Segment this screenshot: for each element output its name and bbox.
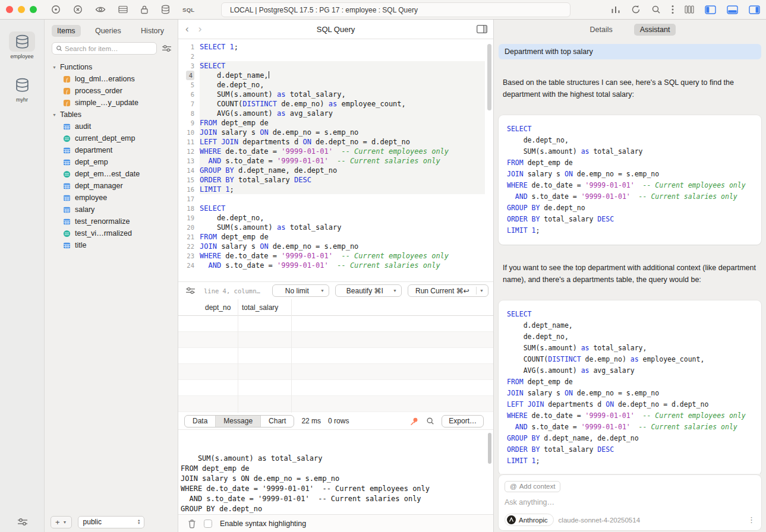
export-button[interactable]: Export… — [442, 415, 484, 428]
limit-select[interactable]: No limit▼ — [272, 284, 329, 297]
search-results-icon[interactable] — [426, 417, 434, 425]
tab-data[interactable]: Data — [185, 416, 215, 427]
run-current-button[interactable]: Run Current ⌘↩▼ — [408, 284, 488, 297]
tab-history[interactable]: History — [135, 25, 169, 37]
editor-line-21[interactable]: 21FROM dept_emp de — [178, 232, 485, 242]
result-row-empty[interactable] — [178, 348, 493, 364]
columns-icon[interactable] — [685, 5, 694, 14]
editor-line-16[interactable]: 16LIMIT 1; — [178, 185, 485, 194]
pin-icon[interactable] — [410, 417, 419, 426]
beautify-select[interactable]: Beautify ⌘I▼ — [335, 284, 402, 297]
search-icon[interactable] — [651, 5, 661, 14]
editor-line-18[interactable]: 18SELECT — [178, 204, 485, 213]
database-icon[interactable] — [161, 5, 170, 14]
refresh-icon[interactable] — [631, 5, 641, 14]
connection-employee[interactable]: employee — [0, 31, 44, 59]
editor-line-19[interactable]: 19 de.dept_no, — [178, 213, 485, 223]
assistant-input[interactable] — [505, 498, 755, 506]
tree-item-current-dept-emp[interactable]: current_dept_emp — [45, 132, 178, 144]
editor-line-24[interactable]: 24 AND s.to_date = '9999-01-01' -- Curre… — [178, 261, 485, 270]
chart-icon[interactable] — [611, 5, 620, 14]
tab-assistant[interactable]: Assistant — [634, 24, 676, 36]
editor-line-15[interactable]: 15ORDER BY total_salary DESC — [178, 175, 485, 185]
editor-line-17[interactable]: 17 — [178, 194, 485, 204]
minimize-window-button[interactable] — [18, 6, 25, 13]
result-row-empty[interactable] — [178, 396, 493, 412]
sql-editor[interactable]: 1SELECT 1;23SELECT4 d.dept_name,5 de.dep… — [178, 39, 493, 281]
editor-line-12[interactable]: 12WHERE de.to_date = '9999-01-01' -- Cur… — [178, 147, 485, 156]
editor-line-6[interactable]: 6 SUM(s.amount) as total_salary, — [178, 90, 485, 99]
dock-filter-icon[interactable] — [0, 518, 45, 526]
add-context-button[interactable]: @Add context — [505, 481, 560, 492]
sidebar-search-input[interactable] — [65, 45, 153, 52]
editor-scrollbar[interactable] — [487, 44, 491, 110]
editor-line-22[interactable]: 22JOIN salary s ON de.emp_no = s.emp_no — [178, 242, 485, 251]
editor-line-2[interactable]: 2 — [178, 52, 485, 61]
result-row-empty[interactable] — [178, 332, 493, 348]
tab-items[interactable]: Items — [52, 25, 81, 37]
editor-line-3[interactable]: 3SELECT — [178, 61, 485, 71]
result-row-empty[interactable] — [178, 316, 493, 332]
tree-item-salary[interactable]: salary — [45, 204, 178, 216]
more-vert-icon[interactable]: ⋮ — [748, 515, 755, 524]
editor-line-11[interactable]: 11LEFT JOIN departments d ON de.dept_no … — [178, 137, 485, 147]
tab-message[interactable]: Message — [215, 416, 260, 427]
tree-item-test-renormalize[interactable]: test_renormalize — [45, 216, 178, 227]
eye-icon[interactable] — [95, 5, 106, 14]
editor-line-14[interactable]: 14GROUP BY d.dept_name, de.dept_no — [178, 166, 485, 175]
editor-line-9[interactable]: 9FROM dept_emp de — [178, 118, 485, 128]
forward-button[interactable]: › — [198, 23, 202, 35]
result-row-empty[interactable] — [178, 364, 493, 380]
column-header-total-salary[interactable]: total_salary — [242, 299, 278, 316]
zoom-window-button[interactable] — [30, 6, 37, 13]
editor-line-8[interactable]: 8 AVG(s.amount) as avg_salary — [178, 109, 485, 118]
tree-item-department[interactable]: department — [45, 144, 178, 156]
tree-item-simple-y-update[interactable]: fsimple_…y_update — [45, 97, 178, 109]
editor-line-5[interactable]: 5 de.dept_no, — [178, 80, 485, 90]
connection-myhr[interactable]: myhr — [0, 75, 44, 103]
trash-icon[interactable] — [188, 519, 196, 528]
panel-left-icon[interactable] — [705, 5, 716, 14]
editor-line-4[interactable]: 4 d.dept_name, — [178, 71, 485, 80]
tree-section-functions[interactable]: ▼Functions — [45, 61, 178, 73]
editor-line-1[interactable]: 1SELECT 1; — [178, 42, 485, 52]
editor-line-20[interactable]: 20 SUM(s.amount) as total_salary — [178, 223, 485, 232]
panel-bottom-icon[interactable] — [727, 5, 738, 14]
tree-item-test-vi-rmalized[interactable]: test_vi…rmalized — [45, 227, 178, 239]
tree-item-process-order[interactable]: fprocess_order — [45, 85, 178, 97]
split-panel-icon[interactable] — [477, 25, 487, 33]
filter-icon[interactable] — [162, 45, 172, 52]
provider-select[interactable]: Anthropic — [505, 514, 554, 526]
search-box[interactable] — [52, 42, 157, 55]
filter-icon[interactable] — [185, 287, 196, 294]
editor-line-13[interactable]: 13 AND s.to_date = '9999-01-01' -- Curre… — [178, 156, 485, 166]
close-window-button[interactable] — [6, 6, 13, 13]
schema-select[interactable]: public ▲▼ — [78, 516, 144, 528]
disconnect-icon[interactable] — [73, 5, 83, 14]
editor-line-23[interactable]: 23WHERE de.to_date = '9999-01-01' -- Cur… — [178, 251, 485, 261]
tree-item-dept-manager[interactable]: dept_manager — [45, 180, 178, 192]
panel-right-icon[interactable] — [749, 5, 760, 14]
column-header-dept-no[interactable]: dept_no — [205, 299, 231, 316]
add-item-button[interactable]: +▼ — [51, 516, 72, 528]
tree-item-employee[interactable]: employee — [45, 192, 178, 204]
back-button[interactable]: ‹ — [185, 23, 189, 35]
connect-icon[interactable] — [51, 5, 61, 14]
tree-item-log-dml-erations[interactable]: flog_dml…erations — [45, 73, 178, 85]
more-vert-icon[interactable] — [672, 5, 674, 14]
tree-section-tables[interactable]: ▼Tables — [45, 109, 178, 121]
editor-line-7[interactable]: 7 COUNT(DISTINCT de.emp_no) as employee_… — [178, 99, 485, 109]
editor-line-10[interactable]: 10JOIN salary s ON de.emp_no = s.emp_no — [178, 128, 485, 137]
lock-icon[interactable] — [140, 5, 149, 14]
structure-icon[interactable] — [118, 5, 128, 14]
tree-item-audit[interactable]: audit — [45, 121, 178, 132]
tree-item-title[interactable]: title — [45, 239, 178, 251]
sql-badge[interactable]: SQL — [182, 7, 194, 13]
tree-item-dept-emp[interactable]: dept_emp — [45, 156, 178, 168]
tab-queries[interactable]: Queries — [90, 25, 127, 37]
syntax-highlighting-checkbox[interactable] — [204, 520, 212, 528]
tab-chart[interactable]: Chart — [260, 416, 294, 427]
message-scrollbar[interactable] — [488, 433, 491, 464]
result-row-empty[interactable] — [178, 380, 493, 396]
tree-item-dept-em-est-date[interactable]: dept_em…est_date — [45, 168, 178, 180]
